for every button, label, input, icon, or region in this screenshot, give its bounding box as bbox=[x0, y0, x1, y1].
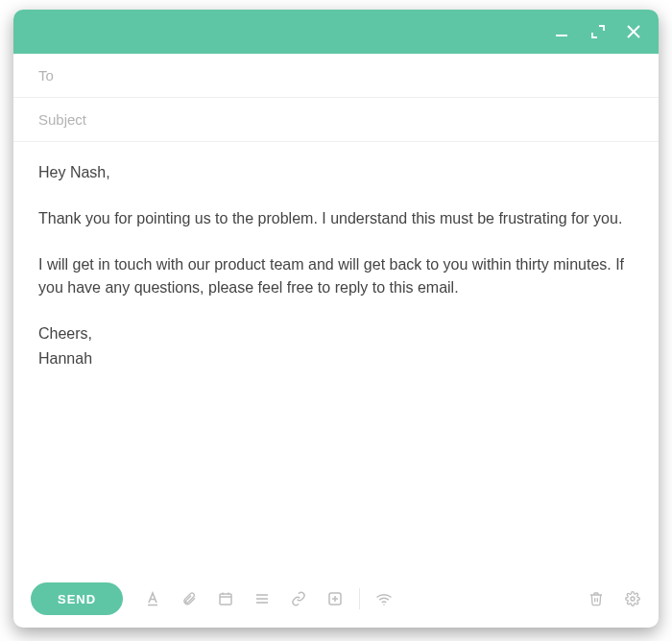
to-input[interactable] bbox=[38, 67, 634, 83]
settings-icon[interactable] bbox=[624, 590, 641, 607]
right-group bbox=[588, 590, 641, 607]
link-icon[interactable] bbox=[290, 590, 307, 607]
body-paragraph: Thank you for pointing us to the problem… bbox=[38, 207, 634, 230]
wifi-icon[interactable] bbox=[375, 590, 393, 607]
send-button[interactable]: SEND bbox=[31, 582, 123, 615]
svg-rect-5 bbox=[220, 594, 231, 605]
subject-field-row bbox=[13, 98, 659, 142]
subject-input[interactable] bbox=[38, 111, 634, 128]
toolbar-divider bbox=[359, 588, 360, 609]
trash-icon[interactable] bbox=[588, 590, 605, 607]
text-format-icon[interactable] bbox=[144, 590, 161, 607]
compose-window: Hey Nash, Thank you for pointing us to t… bbox=[13, 10, 659, 628]
compose-toolbar: SEND bbox=[13, 570, 659, 628]
body-paragraph: Hey Nash, bbox=[38, 161, 634, 184]
minimize-button[interactable] bbox=[555, 24, 570, 39]
body-paragraph: I will get in touch with our product tea… bbox=[38, 253, 634, 299]
body-paragraph: Hannah bbox=[38, 347, 634, 370]
body-paragraph: Cheers, bbox=[38, 322, 634, 345]
svg-point-22 bbox=[631, 597, 635, 601]
insert-icon[interactable] bbox=[326, 590, 344, 607]
formatting-group bbox=[144, 590, 344, 607]
message-body[interactable]: Hey Nash, Thank you for pointing us to t… bbox=[13, 142, 659, 570]
header-fields bbox=[13, 54, 659, 142]
list-icon[interactable] bbox=[253, 590, 271, 607]
expand-button[interactable] bbox=[591, 25, 605, 38]
to-field-row bbox=[13, 54, 659, 98]
close-button[interactable] bbox=[626, 24, 641, 39]
attachment-icon[interactable] bbox=[180, 590, 198, 607]
svg-point-21 bbox=[383, 604, 385, 605]
titlebar bbox=[13, 10, 659, 54]
calendar-icon[interactable] bbox=[217, 590, 234, 607]
